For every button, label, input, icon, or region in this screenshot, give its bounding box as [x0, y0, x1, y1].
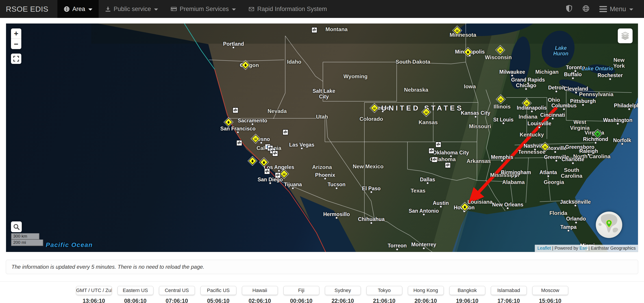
city-dot	[251, 123, 254, 125]
overview-globe[interactable]	[596, 212, 622, 238]
timezone-button-hawaii[interactable]: Hawaii	[242, 286, 278, 295]
top-navbar: RSOE EDIS Area Public service Premium Se…	[0, 0, 644, 18]
timezone-column: Pacific US05:06:1011/22/2019	[200, 286, 236, 303]
city-dot	[300, 147, 303, 150]
quake-marker-icon[interactable]	[428, 148, 434, 154]
info-panel: The information is updated every 5 minut…	[6, 260, 638, 274]
timezone-button-gmt-utc-zulu[interactable]: GMT / UTC / Zulu	[76, 286, 112, 295]
city-dot	[594, 141, 597, 144]
timezone-button-eastern-us[interactable]: Eastern US	[118, 286, 154, 295]
city-dot	[382, 110, 384, 113]
quake-marker-icon[interactable]	[312, 27, 317, 33]
timezone-column: Central US07:06:1011/22/2019	[159, 286, 195, 303]
city-dot	[567, 230, 570, 232]
city-dot	[269, 182, 271, 184]
zoom-control: + −	[11, 28, 21, 49]
map-base-layer	[6, 23, 638, 252]
zoom-out-button[interactable]: −	[11, 39, 21, 49]
chevron-down-icon	[232, 8, 236, 10]
scale-mi: 200 mi	[11, 240, 43, 246]
timezone-time: 02:06:10	[242, 298, 278, 303]
city-dot	[506, 207, 509, 210]
quake-marker-icon[interactable]	[264, 169, 270, 174]
timezone-button-moscow[interactable]: Moscow	[532, 286, 568, 295]
timezone-time: 00:06:10	[284, 298, 319, 303]
city-dot	[621, 143, 623, 145]
quake-marker-icon[interactable]	[232, 107, 238, 113]
search-button[interactable]	[11, 221, 22, 232]
fullscreen-icon	[13, 56, 19, 62]
esri-link[interactable]: Esri	[580, 246, 587, 251]
timezone-button-bangkok[interactable]: Bangkok	[449, 286, 485, 295]
nav-item-area[interactable]: Area	[58, 0, 99, 18]
world-map[interactable]: MontanaMinnesotaWisconsinSouth DakotaIda…	[6, 23, 638, 252]
shield-icon[interactable]	[566, 5, 572, 13]
quake-marker-icon[interactable]	[272, 151, 278, 156]
save-icon	[105, 6, 111, 12]
quake-marker-icon[interactable]	[432, 157, 438, 162]
timezone-column: Bangkok19:06:1011/22/2019	[449, 286, 485, 303]
chevron-down-icon	[154, 8, 158, 10]
city-dot	[396, 248, 398, 251]
timezone-button-sydney[interactable]: Sydney	[325, 286, 361, 295]
nav-item-public-service[interactable]: Public service	[99, 0, 164, 18]
city-dot	[574, 204, 577, 207]
nav-item-premium-services[interactable]: Premium Services	[164, 0, 242, 18]
city-dot	[547, 175, 549, 177]
quake-marker-icon[interactable]	[275, 172, 281, 178]
city-dot	[609, 78, 612, 80]
brand-logo[interactable]: RSOE EDIS	[0, 0, 58, 18]
nav-items: Area Public service Premium Services Rap…	[58, 0, 333, 18]
city-dot	[616, 123, 619, 125]
timezone-time: 21:06:10	[366, 298, 402, 303]
credit-card-icon	[171, 6, 177, 12]
quake-marker-icon[interactable]	[445, 162, 451, 168]
city-dot	[426, 182, 429, 184]
language-globe-icon[interactable]	[582, 5, 590, 13]
timezone-time: 19:06:10	[449, 298, 485, 303]
city-dot	[370, 191, 372, 193]
zoom-in-button[interactable]: +	[11, 28, 21, 39]
timezone-time: 22:06:10	[325, 298, 361, 303]
city-dot	[572, 77, 574, 79]
city-dot	[278, 170, 280, 172]
city-dot	[515, 175, 517, 177]
timezone-button-central-us[interactable]: Central US	[159, 286, 195, 295]
city-dot	[232, 46, 235, 49]
city-dot	[582, 104, 584, 106]
city-dot	[578, 149, 581, 152]
map-panel: MontanaMinnesotaWisconsinSouth DakotaIda…	[6, 23, 638, 252]
timezone-button-pacific-us[interactable]: Pacific US	[200, 286, 236, 295]
fullscreen-button[interactable]	[11, 53, 21, 64]
city-dot	[574, 70, 577, 72]
timezone-time: 07:06:10	[159, 298, 195, 303]
city-dot	[555, 90, 558, 93]
chevron-down-icon	[88, 8, 92, 10]
quake-marker-icon[interactable]	[436, 142, 441, 147]
timezone-column: Tokyo21:06:1011/22/2019	[366, 286, 402, 303]
globe-icon	[64, 6, 70, 12]
city-dot	[530, 110, 533, 113]
timezone-column: Fiji00:06:1011/22/2019	[284, 286, 319, 303]
city-dot	[538, 126, 541, 128]
chevron-down-icon	[629, 8, 633, 10]
layers-control[interactable]	[618, 28, 632, 43]
quake-marker-icon[interactable]	[282, 129, 288, 135]
city-dot	[563, 108, 565, 110]
leaflet-link[interactable]: Leaflet	[538, 246, 551, 251]
timezone-time: 15:06:10	[532, 298, 568, 303]
city-dot	[292, 187, 294, 189]
timezone-button-tokyo[interactable]: Tokyo	[366, 286, 402, 295]
city-dot	[575, 221, 577, 224]
city-dot	[324, 177, 326, 180]
timezone-column: GMT / UTC / Zulu13:06:1011/22/2019	[76, 286, 112, 303]
refresh-info-text: The information is updated every 5 minut…	[12, 264, 204, 270]
quake-marker-icon[interactable]	[236, 140, 242, 146]
timezone-column: Hawaii02:06:1011/22/2019	[242, 286, 278, 303]
nav-item-rapid-information-system[interactable]: Rapid Information System	[242, 0, 333, 18]
menu-button[interactable]: Menu	[600, 5, 633, 13]
timezone-button-fiji[interactable]: Fiji	[284, 286, 319, 295]
timezone-button-islamabad[interactable]: Islamabad	[491, 286, 527, 295]
timezone-button-hong-kong[interactable]: Hong Kong	[408, 286, 444, 295]
city-dot	[511, 74, 514, 77]
